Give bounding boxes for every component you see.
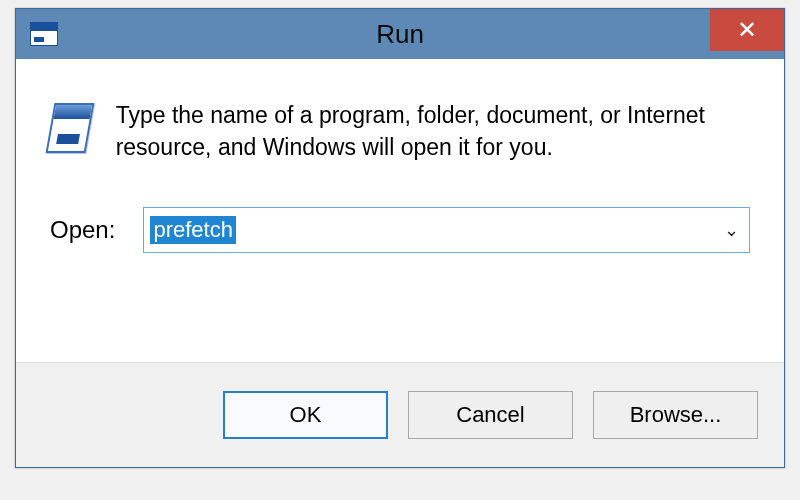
window-title: Run — [16, 19, 784, 50]
close-icon: ✕ — [737, 16, 757, 44]
run-dialog: Run ✕ Type the name of a program, folder… — [15, 8, 785, 468]
open-label: Open: — [50, 216, 115, 244]
run-program-icon — [46, 103, 94, 153]
open-row: Open: prefetch ⌄ — [50, 207, 750, 253]
chevron-down-icon[interactable]: ⌄ — [724, 219, 739, 241]
titlebar: Run ✕ — [16, 9, 784, 59]
open-combobox[interactable]: prefetch ⌄ — [143, 207, 750, 253]
button-row: OK Cancel Browse... — [16, 363, 784, 467]
description-row: Type the name of a program, folder, docu… — [50, 99, 750, 163]
cancel-button[interactable]: Cancel — [408, 391, 573, 439]
content-area: Type the name of a program, folder, docu… — [16, 59, 784, 363]
ok-button[interactable]: OK — [223, 391, 388, 439]
open-input-value[interactable]: prefetch — [150, 216, 236, 244]
close-button[interactable]: ✕ — [710, 9, 784, 51]
description-text: Type the name of a program, folder, docu… — [116, 99, 750, 163]
browse-button[interactable]: Browse... — [593, 391, 758, 439]
